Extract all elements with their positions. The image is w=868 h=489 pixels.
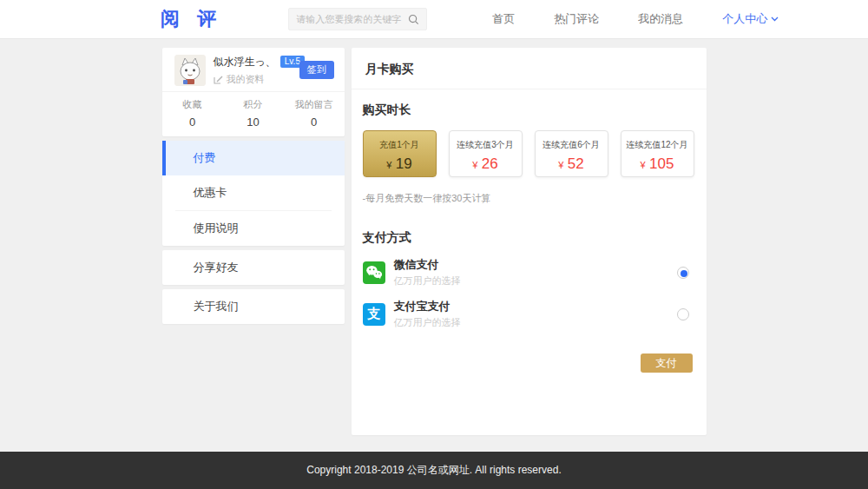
content-area: 似水浮生っ、 Lv.5 我的资料 签到 (0, 39, 868, 435)
payment-method-name: 微信支付 (394, 257, 677, 273)
about-us-card: 关于我们 (162, 289, 345, 324)
sidebar-item-payment[interactable]: 付费 (162, 141, 345, 175)
alipay-icon: 支 (363, 303, 385, 326)
stat-points[interactable]: 积分 10 (223, 98, 284, 129)
search-icon[interactable] (408, 14, 419, 25)
copyright-text: Copyright 2018-2019 公司名或网址. All rights r… (306, 463, 561, 478)
billing-note: -每月免费天数一律按30天计算 (363, 192, 695, 205)
profile-card: 似水浮生っ、 Lv.5 我的资料 签到 (162, 48, 345, 136)
payment-method-name: 支付宝支付 (394, 299, 677, 314)
wechat-radio[interactable] (677, 267, 689, 279)
site-logo[interactable]: 阅 评 (161, 6, 222, 32)
checkin-button[interactable]: 签到 (299, 61, 334, 79)
stat-my-comments[interactable]: 我的留言 0 (284, 98, 345, 129)
footer: Copyright 2018-2019 公司名或网址. All rights r… (0, 452, 868, 489)
edit-icon (214, 75, 223, 84)
currency-symbol: ¥ (386, 160, 391, 170)
main-nav: 首页 热门评论 我的消息 个人中心 (453, 11, 779, 27)
avatar[interactable] (174, 55, 206, 86)
plan-12-months[interactable]: 连续充值12个月 ¥ 105 (621, 130, 694, 177)
plan-name: 连续充值3个月 (450, 139, 522, 151)
plan-name: 连续充值12个月 (621, 139, 694, 151)
header: 阅 评 首页 热门评论 我的消息 个人中心 (0, 0, 868, 39)
plan-3-months[interactable]: 连续充值3个月 ¥ 26 (449, 130, 523, 177)
plan-6-months[interactable]: 连续充值6个月 ¥ 52 (535, 130, 608, 177)
my-profile-label: 我的资料 (227, 73, 265, 86)
plan-price: ¥ 19 (364, 155, 436, 173)
page-title: 月卡购买 (352, 48, 707, 89)
search-box[interactable] (288, 8, 427, 30)
stat-favorites[interactable]: 收藏 0 (162, 98, 223, 129)
nav-item-label: 我的消息 (638, 11, 683, 27)
pay-button[interactable]: 支付 (641, 354, 693, 373)
nav-item-label: 首页 (492, 11, 515, 27)
currency-symbol: ¥ (558, 160, 563, 170)
price-value: 52 (568, 155, 584, 172)
payment-section-title: 支付方式 (363, 230, 695, 246)
sidebar-item-share-friends[interactable]: 分享好友 (162, 250, 345, 285)
payment-method-desc: 亿万用户的选择 (394, 274, 677, 287)
nav-item-home[interactable]: 首页 (492, 11, 515, 27)
share-friends-card: 分享好友 (162, 250, 345, 285)
page: 阅 评 首页 热门评论 我的消息 个人中心 (0, 0, 868, 489)
plan-price: ¥ 105 (621, 155, 694, 173)
nav-item-label: 个人中心 (722, 11, 767, 27)
price-value: 26 (482, 155, 498, 172)
plan-list: 充值1个月 ¥ 19 连续充值3个月 ¥ 26 (363, 130, 695, 177)
currency-symbol: ¥ (641, 160, 646, 170)
price-value: 19 (396, 155, 412, 172)
search-input[interactable] (296, 14, 408, 24)
wechat-icon (363, 261, 385, 284)
username: 似水浮生っ、 (214, 55, 276, 69)
plan-name: 充值1个月 (364, 139, 436, 151)
stat-value: 10 (223, 116, 284, 129)
stat-value: 0 (162, 116, 223, 129)
stat-label: 收藏 (162, 98, 223, 111)
stat-label: 我的留言 (284, 98, 345, 111)
plan-price: ¥ 26 (450, 155, 522, 173)
payment-method-alipay[interactable]: 支 支付宝支付 亿万用户的选择 (363, 299, 695, 329)
nav-item-my-messages[interactable]: 我的消息 (638, 11, 683, 27)
alipay-glyph: 支 (367, 306, 380, 322)
nav-item-hot-comments[interactable]: 热门评论 (554, 11, 599, 27)
price-value: 105 (649, 155, 674, 172)
nav-item-label: 热门评论 (554, 11, 599, 27)
chevron-down-icon (771, 17, 779, 22)
profile-stats: 收藏 0 积分 10 我的留言 0 (162, 91, 345, 136)
payment-method-wechat[interactable]: 微信支付 亿万用户的选择 (363, 257, 695, 287)
plan-name: 连续充值6个月 (536, 139, 608, 151)
alipay-radio[interactable] (677, 308, 689, 320)
sidebar-menu: 付费 优惠卡 使用说明 (162, 141, 345, 246)
sidebar-item-about-us[interactable]: 关于我们 (162, 289, 345, 324)
stat-label: 积分 (223, 98, 284, 111)
monthly-card-panel: 月卡购买 购买时长 充值1个月 ¥ 19 连续充值3个月 (352, 48, 707, 435)
currency-symbol: ¥ (472, 160, 477, 170)
sidebar-item-coupon-card[interactable]: 优惠卡 (162, 175, 345, 210)
plan-price: ¥ 52 (536, 155, 608, 173)
duration-section-title: 购买时长 (363, 102, 695, 118)
payment-method-desc: 亿万用户的选择 (394, 316, 677, 329)
sidebar: 似水浮生っ、 Lv.5 我的资料 签到 (162, 48, 345, 435)
nav-item-personal-center[interactable]: 个人中心 (722, 11, 779, 27)
stat-value: 0 (284, 116, 345, 129)
my-profile-link[interactable]: 我的资料 (214, 73, 299, 86)
sidebar-item-instructions[interactable]: 使用说明 (162, 211, 345, 246)
plan-1-month[interactable]: 充值1个月 ¥ 19 (363, 130, 437, 177)
